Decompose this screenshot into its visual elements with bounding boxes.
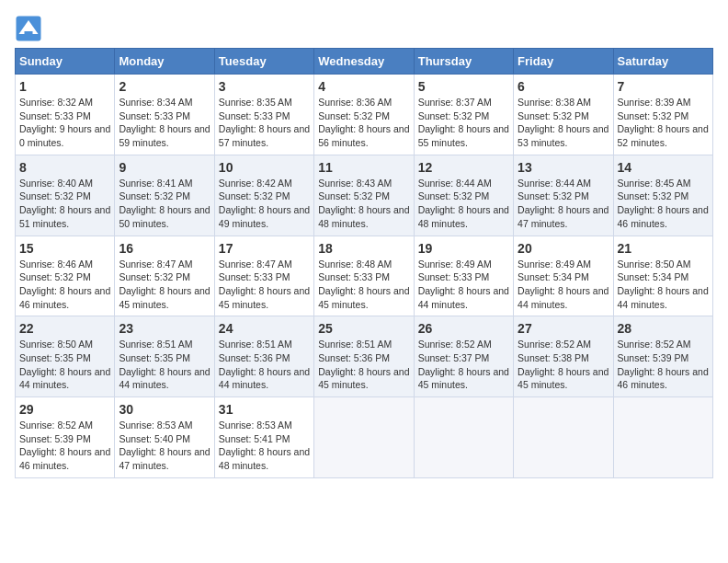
day-number: 4 [318,79,409,94]
weekday-header-tuesday: Tuesday [214,49,313,75]
day-info: Sunrise: 8:36 AMSunset: 5:32 PMDaylight:… [318,97,409,148]
day-cell-10: 10 Sunrise: 8:42 AMSunset: 5:32 PMDaylig… [214,155,313,236]
day-cell-24: 24 Sunrise: 8:51 AMSunset: 5:36 PMDaylig… [214,316,313,397]
day-number: 24 [219,321,310,336]
day-number: 31 [219,402,310,417]
day-number: 13 [518,160,609,175]
weekday-header-wednesday: Wednesday [314,49,414,75]
calendar-week-1: 1 Sunrise: 8:32 AMSunset: 5:33 PMDayligh… [16,75,713,155]
day-info: Sunrise: 8:50 AMSunset: 5:35 PMDaylight:… [19,339,110,390]
day-cell-3: 3 Sunrise: 8:35 AMSunset: 5:33 PMDayligh… [214,75,313,155]
day-cell-5: 5 Sunrise: 8:37 AMSunset: 5:32 PMDayligh… [414,75,513,155]
day-number: 10 [219,160,310,175]
day-info: Sunrise: 8:32 AMSunset: 5:33 PMDaylight:… [19,97,110,148]
day-info: Sunrise: 8:47 AMSunset: 5:33 PMDaylight:… [219,259,310,310]
day-cell-4: 4 Sunrise: 8:36 AMSunset: 5:32 PMDayligh… [314,75,414,155]
day-number: 7 [618,79,709,94]
calendar-week-5: 29 Sunrise: 8:52 AMSunset: 5:39 PMDaylig… [16,397,713,478]
day-info: Sunrise: 8:39 AMSunset: 5:32 PMDaylight:… [618,97,709,148]
day-info: Sunrise: 8:46 AMSunset: 5:32 PMDaylight:… [19,259,110,310]
day-cell-22: 22 Sunrise: 8:50 AMSunset: 5:35 PMDaylig… [16,316,115,397]
calendar-table: SundayMondayTuesdayWednesdayThursdayFrid… [15,48,713,478]
day-info: Sunrise: 8:49 AMSunset: 5:34 PMDaylight:… [518,259,609,310]
day-number: 2 [119,79,210,94]
header [15,15,713,42]
day-info: Sunrise: 8:35 AMSunset: 5:33 PMDaylight:… [219,97,310,148]
day-cell-12: 12 Sunrise: 8:44 AMSunset: 5:32 PMDaylig… [414,155,513,236]
day-number: 15 [19,241,110,256]
weekday-header-row: SundayMondayTuesdayWednesdayThursdayFrid… [16,49,713,75]
day-info: Sunrise: 8:37 AMSunset: 5:32 PMDaylight:… [418,97,509,148]
day-info: Sunrise: 8:51 AMSunset: 5:36 PMDaylight:… [318,339,409,390]
day-number: 16 [119,241,210,256]
day-info: Sunrise: 8:53 AMSunset: 5:40 PMDaylight:… [119,419,210,471]
day-info: Sunrise: 8:50 AMSunset: 5:34 PMDaylight:… [618,259,709,310]
day-number: 28 [618,321,709,336]
day-cell-20: 20 Sunrise: 8:49 AMSunset: 5:34 PMDaylig… [514,236,613,316]
day-info: Sunrise: 8:49 AMSunset: 5:33 PMDaylight:… [418,259,509,310]
day-cell-16: 16 Sunrise: 8:47 AMSunset: 5:32 PMDaylig… [115,236,214,316]
weekday-header-friday: Friday [514,49,613,75]
day-info: Sunrise: 8:48 AMSunset: 5:33 PMDaylight:… [318,259,409,310]
day-cell-13: 13 Sunrise: 8:44 AMSunset: 5:32 PMDaylig… [514,155,613,236]
day-number: 5 [418,79,509,94]
day-info: Sunrise: 8:45 AMSunset: 5:32 PMDaylight:… [618,178,709,229]
day-cell-2: 2 Sunrise: 8:34 AMSunset: 5:33 PMDayligh… [115,75,214,155]
day-cell-9: 9 Sunrise: 8:41 AMSunset: 5:32 PMDayligh… [115,155,214,236]
day-info: Sunrise: 8:38 AMSunset: 5:32 PMDaylight:… [518,97,609,148]
day-cell-29: 29 Sunrise: 8:52 AMSunset: 5:39 PMDaylig… [16,397,115,478]
day-number: 21 [618,241,709,256]
day-info: Sunrise: 8:52 AMSunset: 5:39 PMDaylight:… [618,339,709,390]
day-number: 8 [19,160,110,175]
day-number: 14 [618,160,709,175]
weekday-header-monday: Monday [115,49,214,75]
day-number: 30 [119,402,210,417]
day-info: Sunrise: 8:53 AMSunset: 5:41 PMDaylight:… [219,419,310,471]
weekday-header-saturday: Saturday [613,49,712,75]
day-number: 3 [219,79,310,94]
day-info: Sunrise: 8:44 AMSunset: 5:32 PMDaylight:… [518,178,609,229]
weekday-header-thursday: Thursday [414,49,513,75]
day-info: Sunrise: 8:52 AMSunset: 5:37 PMDaylight:… [418,339,509,390]
calendar-week-4: 22 Sunrise: 8:50 AMSunset: 5:35 PMDaylig… [16,316,713,397]
day-cell-8: 8 Sunrise: 8:40 AMSunset: 5:32 PMDayligh… [16,155,115,236]
day-cell-7: 7 Sunrise: 8:39 AMSunset: 5:32 PMDayligh… [613,75,712,155]
empty-cell [613,397,712,478]
day-info: Sunrise: 8:51 AMSunset: 5:35 PMDaylight:… [119,339,210,390]
day-cell-26: 26 Sunrise: 8:52 AMSunset: 5:37 PMDaylig… [414,316,513,397]
day-number: 11 [318,160,409,175]
day-cell-6: 6 Sunrise: 8:38 AMSunset: 5:32 PMDayligh… [514,75,613,155]
day-info: Sunrise: 8:44 AMSunset: 5:32 PMDaylight:… [418,178,509,229]
day-cell-28: 28 Sunrise: 8:52 AMSunset: 5:39 PMDaylig… [613,316,712,397]
day-info: Sunrise: 8:52 AMSunset: 5:39 PMDaylight:… [19,419,110,471]
logo [15,15,46,42]
day-info: Sunrise: 8:41 AMSunset: 5:32 PMDaylight:… [119,178,210,229]
day-number: 19 [418,241,509,256]
day-number: 9 [119,160,210,175]
day-number: 1 [19,79,110,94]
calendar-week-3: 15 Sunrise: 8:46 AMSunset: 5:32 PMDaylig… [16,236,713,316]
day-number: 20 [518,241,609,256]
day-cell-17: 17 Sunrise: 8:47 AMSunset: 5:33 PMDaylig… [214,236,313,316]
day-info: Sunrise: 8:47 AMSunset: 5:32 PMDaylight:… [119,259,210,310]
logo-icon [15,15,42,42]
day-cell-27: 27 Sunrise: 8:52 AMSunset: 5:38 PMDaylig… [514,316,613,397]
day-cell-30: 30 Sunrise: 8:53 AMSunset: 5:40 PMDaylig… [115,397,214,478]
svg-rect-2 [25,31,33,39]
calendar-week-2: 8 Sunrise: 8:40 AMSunset: 5:32 PMDayligh… [16,155,713,236]
day-number: 22 [19,321,110,336]
day-cell-18: 18 Sunrise: 8:48 AMSunset: 5:33 PMDaylig… [314,236,414,316]
day-number: 18 [318,241,409,256]
day-info: Sunrise: 8:40 AMSunset: 5:32 PMDaylight:… [19,178,110,229]
day-number: 29 [19,402,110,417]
day-info: Sunrise: 8:52 AMSunset: 5:38 PMDaylight:… [518,339,609,390]
day-cell-25: 25 Sunrise: 8:51 AMSunset: 5:36 PMDaylig… [314,316,414,397]
day-cell-15: 15 Sunrise: 8:46 AMSunset: 5:32 PMDaylig… [16,236,115,316]
day-number: 25 [318,321,409,336]
day-info: Sunrise: 8:42 AMSunset: 5:32 PMDaylight:… [219,178,310,229]
day-cell-31: 31 Sunrise: 8:53 AMSunset: 5:41 PMDaylig… [214,397,313,478]
day-info: Sunrise: 8:51 AMSunset: 5:36 PMDaylight:… [219,339,310,390]
day-cell-19: 19 Sunrise: 8:49 AMSunset: 5:33 PMDaylig… [414,236,513,316]
day-number: 17 [219,241,310,256]
empty-cell [414,397,513,478]
